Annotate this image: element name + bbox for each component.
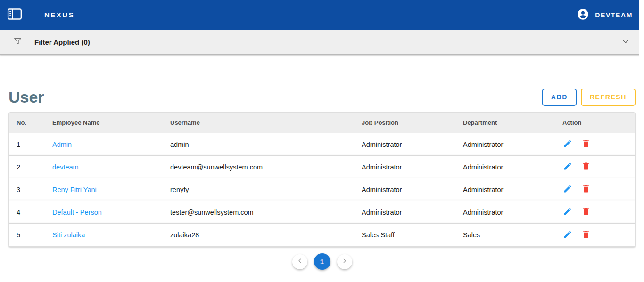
edit-pencil-icon: [563, 230, 572, 240]
page-title: User: [8, 88, 44, 106]
edit-button[interactable]: [562, 162, 573, 172]
trash-icon: [581, 139, 591, 150]
cell-actions: [555, 207, 635, 218]
employee-name-link[interactable]: Default - Person: [52, 209, 102, 216]
toolbar: ADD REFRESH: [542, 89, 636, 106]
trash-icon: [581, 162, 591, 172]
delete-button[interactable]: [581, 207, 591, 218]
cell-no: 4: [9, 209, 45, 216]
delete-button[interactable]: [581, 162, 591, 172]
cell-department: Administrator: [455, 186, 555, 193]
table-row: 1 Admin admin Administrator Administrato…: [9, 133, 635, 156]
table-row: 5 Siti zulaika zulaika28 Sales Staff Sal…: [9, 224, 635, 246]
pagination: 1: [8, 253, 636, 270]
cell-department: Administrator: [455, 209, 555, 216]
sidebar-toggle-icon: [7, 6, 23, 24]
cell-username: devteam@sunwellsystem.com: [163, 163, 354, 171]
table-row: 2 devteam devteam@sunwellsystem.com Admi…: [9, 156, 635, 178]
cell-actions: [555, 230, 635, 240]
edit-pencil-icon: [563, 139, 572, 150]
cell-username: admin: [163, 141, 354, 148]
cell-job-position: Administrator: [354, 186, 455, 193]
main-content: User ADD REFRESH No. Employee Name Usern…: [0, 88, 644, 270]
edit-button[interactable]: [562, 207, 573, 218]
page-header: User ADD REFRESH: [8, 88, 636, 106]
employee-name-link[interactable]: Admin: [52, 141, 72, 148]
cell-job-position: Sales Staff: [354, 231, 455, 239]
column-header-job-position: Job Position: [354, 119, 455, 126]
cell-job-position: Administrator: [354, 163, 455, 171]
chevron-down-icon: [621, 37, 630, 48]
column-header-username: Username: [163, 119, 354, 126]
cell-job-position: Administrator: [354, 141, 455, 148]
trash-icon: [581, 207, 591, 218]
column-header-action: Action: [555, 119, 635, 126]
current-page-button[interactable]: 1: [314, 253, 330, 270]
cell-job-position: Administrator: [354, 209, 455, 216]
cell-actions: [555, 162, 635, 172]
edit-button[interactable]: [562, 185, 573, 195]
next-page-button[interactable]: [337, 254, 352, 269]
chevron-right-icon: [341, 257, 348, 266]
previous-page-button[interactable]: [292, 254, 307, 269]
filter-funnel-icon: [13, 37, 22, 48]
column-header-employee-name: Employee Name: [45, 119, 163, 126]
cell-department: Administrator: [455, 141, 555, 148]
edit-button[interactable]: [562, 139, 573, 150]
trash-icon: [581, 185, 591, 195]
add-button[interactable]: ADD: [542, 89, 577, 106]
cell-department: Administrator: [455, 163, 555, 171]
cell-actions: [555, 185, 635, 195]
cell-no: 3: [9, 186, 45, 193]
user-menu[interactable]: DEVTEAM: [577, 8, 633, 22]
delete-button[interactable]: [581, 139, 591, 150]
user-table: No. Employee Name Username Job Position …: [8, 112, 636, 247]
user-name-label: DEVTEAM: [595, 11, 633, 19]
sidebar-toggle-button[interactable]: [6, 7, 23, 24]
edit-pencil-icon: [563, 207, 572, 218]
account-circle-icon: [577, 8, 589, 22]
cell-username: zulaika28: [163, 231, 354, 239]
app-header: NEXUS DEVTEAM: [0, 0, 644, 30]
table-row: 3 Reny Fitri Yani renyfy Administrator A…: [9, 178, 635, 201]
cell-username: tester@sunwellsystem.com: [163, 209, 354, 216]
table-header-row: No. Employee Name Username Job Position …: [9, 113, 635, 133]
employee-name-link[interactable]: Reny Fitri Yani: [52, 186, 97, 193]
refresh-button[interactable]: REFRESH: [581, 89, 636, 106]
edit-pencil-icon: [563, 162, 572, 172]
employee-name-link[interactable]: devteam: [52, 163, 79, 171]
employee-name-link[interactable]: Siti zulaika: [52, 231, 85, 239]
edit-button[interactable]: [562, 230, 573, 240]
filter-expand-button[interactable]: [620, 37, 631, 47]
brand-title: NEXUS: [44, 11, 74, 19]
filter-applied-label: Filter Applied (0): [34, 38, 90, 46]
filter-bar[interactable]: Filter Applied (0): [0, 30, 644, 55]
trash-icon: [581, 230, 591, 240]
cell-no: 1: [9, 141, 45, 148]
cell-no: 5: [9, 231, 45, 239]
edit-pencil-icon: [563, 185, 572, 195]
cell-department: Sales: [455, 231, 555, 239]
table-row: 4 Default - Person tester@sunwellsystem.…: [9, 201, 635, 224]
column-header-department: Department: [455, 119, 555, 126]
column-header-no: No.: [9, 119, 45, 126]
scrollbar-gutter[interactable]: [639, 0, 644, 282]
delete-button[interactable]: [581, 230, 591, 240]
cell-no: 2: [9, 163, 45, 171]
cell-username: renyfy: [163, 186, 354, 193]
delete-button[interactable]: [581, 185, 591, 195]
cell-actions: [555, 139, 635, 150]
chevron-left-icon: [296, 257, 304, 266]
